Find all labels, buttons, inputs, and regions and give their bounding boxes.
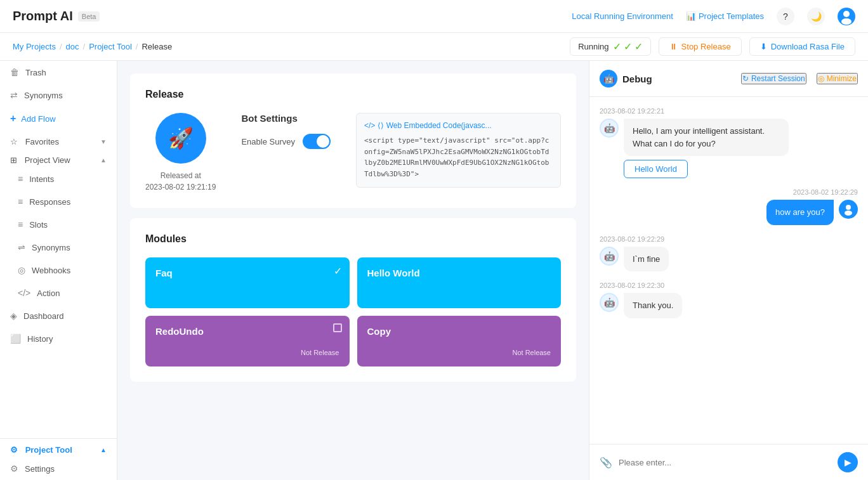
plus-icon: + <box>10 113 16 124</box>
bot-message-2: I`m fine <box>624 247 669 272</box>
enable-survey-toggle[interactable] <box>303 134 331 149</box>
beta-label: Beta <box>78 11 100 22</box>
minimize-icon: ◎ <box>818 74 824 83</box>
release-section: Release 🚀 Released at 2023-08-02 19:21:1… <box>130 74 576 208</box>
dashboard-icon: ◈ <box>10 311 17 321</box>
module-card-name-copy: Copy <box>367 326 551 337</box>
check-icon-2: ✓ <box>624 41 632 53</box>
sidebar-item-history[interactable]: ⬜ History <box>0 327 117 350</box>
robot-icon: 🤖 <box>603 74 614 84</box>
breadcrumb-doc[interactable]: doc <box>66 42 79 51</box>
templates-link[interactable]: 📊 Project Templates <box>686 11 764 21</box>
msg-group-4: 2023-08-02 19:22:30 🤖 Thank you. <box>600 282 858 318</box>
attachment-icon[interactable]: 📎 <box>600 457 612 469</box>
rocket-icon: 🚀 <box>168 126 194 150</box>
module-card-status-copy: Not Release <box>367 349 551 356</box>
help-icon-btn[interactable]: ? <box>777 8 794 25</box>
restart-session-button[interactable]: ↻ Restart Session <box>741 73 806 84</box>
theme-toggle-icon[interactable]: 🌙 <box>807 8 825 25</box>
top-nav: Prompt AI Beta Local Running Environment… <box>0 0 868 33</box>
debug-title: Debug <box>622 74 652 84</box>
sidebar-item-synonyms-top[interactable]: ⇄ Synonyms <box>0 84 117 107</box>
release-date: Released at 2023-08-02 19:21:19 <box>145 170 216 193</box>
history-icon: ⬜ <box>10 334 21 344</box>
stop-release-button[interactable]: ⏸ Stop Release <box>659 37 742 56</box>
grid-icon: ⊞ <box>10 155 17 165</box>
embed-code-header[interactable]: </> ⟨⟩ Web Embedded Code(javasc... <box>364 121 553 130</box>
breadcrumb-actions: Running ✓ ✓ ✓ ⏸ Stop Release ⬇ Download … <box>570 37 855 56</box>
bot-message-3: Thank you. <box>624 293 682 318</box>
main-layout: 🗑 Trash ⇄ Synonyms + Add Flow ☆ Favorite… <box>0 61 868 480</box>
download-rasa-button[interactable]: ⬇ Download Rasa File <box>749 37 855 56</box>
sidebar-item-synonyms[interactable]: ⇌ Synonyms <box>0 236 117 259</box>
release-icon-area: 🚀 Released at 2023-08-02 19:21:19 <box>145 113 216 193</box>
project-view-label: ⊞ Project View <box>10 155 70 165</box>
module-card-status-redoundo: Not Release <box>155 349 339 356</box>
breadcrumb-project-tool[interactable]: Project Tool <box>89 42 132 51</box>
breadcrumb: My Projects / doc / Project Tool / Relea… <box>13 42 172 51</box>
msg-group-2: 2023-08-02 19:22:29 how are you? <box>600 188 858 225</box>
msg-row-1: 🤖 Hello, I am your intelligent assistant… <box>600 119 858 178</box>
user-message-1: how are you? <box>766 200 834 225</box>
debug-panel: 🤖 Debug ↻ Restart Session ◎ Minimize 202… <box>589 61 868 480</box>
bot-avatar-3: 🤖 <box>600 293 619 312</box>
sidebar-item-intents[interactable]: ≡ Intents <box>0 167 117 190</box>
module-card-name-faq: Faq <box>155 268 339 278</box>
bot-settings-title: Bot Settings <box>241 113 331 124</box>
responses-icon: ≡ <box>18 197 23 207</box>
module-card-redoundo[interactable]: RedoUndo Not Release <box>145 316 350 366</box>
breadcrumb-bar: My Projects / doc / Project Tool / Relea… <box>0 33 868 61</box>
square-icon <box>333 323 342 332</box>
msg-bubble-1: Hello, I am your intelligent assistant. … <box>624 119 789 178</box>
sidebar-item-trash[interactable]: 🗑 Trash <box>0 61 117 84</box>
sidebar-item-action[interactable]: </> Action <box>0 282 117 304</box>
debug-title-area: 🤖 Debug <box>600 70 652 88</box>
synonyms-top-icon: ⇄ <box>10 90 18 100</box>
sidebar-item-settings[interactable]: ⚙ Settings <box>0 457 117 480</box>
release-title: Release <box>145 89 561 100</box>
debug-actions: ↻ Restart Session ◎ Minimize <box>741 73 858 84</box>
enable-survey-row: Enable Survey <box>241 134 331 149</box>
add-flow-button[interactable]: + Add Flow <box>0 107 117 131</box>
breadcrumb-my-projects[interactable]: My Projects <box>13 42 56 51</box>
module-card-hello-world[interactable]: Hello World <box>357 257 562 308</box>
trash-icon: 🗑 <box>10 67 19 77</box>
toggle-knob <box>317 135 329 148</box>
msg-row-4: 🤖 Thank you. <box>600 293 858 318</box>
project-tool-icon: ⚙ <box>10 445 18 455</box>
check-icon-1: ✓ <box>613 41 621 53</box>
debug-messages: 2023-08-02 19:22:21 🤖 Hello, I am your i… <box>589 97 868 444</box>
sidebar-item-responses[interactable]: ≡ Responses <box>0 190 117 213</box>
sidebar-item-project-tool[interactable]: ⚙ Project Tool ▲ <box>0 439 117 457</box>
svg-point-3 <box>845 211 852 216</box>
slots-icon: ≡ <box>18 219 23 230</box>
module-card-name-hello-world: Hello World <box>367 268 551 278</box>
msg-group-1: 2023-08-02 19:22:21 🤖 Hello, I am your i… <box>600 107 858 178</box>
send-button[interactable]: ▶ <box>838 452 858 472</box>
sidebar-item-dashboard[interactable]: ◈ Dashboard <box>0 304 117 327</box>
settings-icon: ⚙ <box>10 464 18 474</box>
minimize-button[interactable]: ◎ Minimize <box>817 73 858 84</box>
module-card-copy[interactable]: Copy Not Release <box>357 316 562 366</box>
avatar[interactable] <box>838 8 855 25</box>
webhooks-icon: ◎ <box>18 265 25 275</box>
env-link[interactable]: Local Running Environment <box>572 11 673 21</box>
sidebar-favorites[interactable]: ☆ Favorites ▼ <box>0 131 117 149</box>
check-mark-icon: ✓ <box>334 265 342 277</box>
module-card-faq[interactable]: Faq ✓ <box>145 257 350 308</box>
sidebar-project-view[interactable]: ⊞ Project View ▲ <box>0 149 117 167</box>
sidebar: 🗑 Trash ⇄ Synonyms + Add Flow ☆ Favorite… <box>0 61 117 480</box>
debug-input[interactable] <box>619 458 831 467</box>
stop-icon: ⏸ <box>669 42 678 51</box>
msg-group-3: 2023-08-02 19:22:29 🤖 I`m fine <box>600 235 858 272</box>
synonyms-icon: ⇌ <box>18 242 25 252</box>
bar-chart-icon: 📊 <box>686 11 696 21</box>
msg-timestamp-1: 2023-08-02 19:22:21 <box>600 107 858 115</box>
breadcrumb-release: Release <box>141 42 172 51</box>
code-icon: </> <box>364 121 375 130</box>
hello-world-button[interactable]: Hello World <box>624 160 688 178</box>
msg-row-3: 🤖 I`m fine <box>600 247 858 272</box>
sidebar-item-slots[interactable]: ≡ Slots <box>0 213 117 236</box>
sidebar-item-webhooks[interactable]: ◎ Webhooks <box>0 259 117 282</box>
app-title: Prompt AI <box>13 9 73 23</box>
